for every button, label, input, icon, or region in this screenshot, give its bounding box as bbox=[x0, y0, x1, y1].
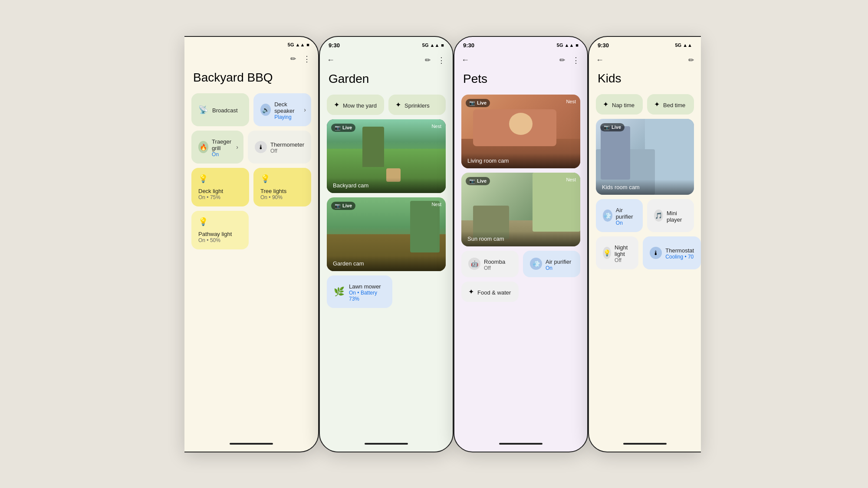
sun-cam-label: Sun room cam bbox=[461, 231, 580, 246]
thermometer-icon: 🌡 bbox=[255, 141, 267, 153]
more-icon-2[interactable]: ⋮ bbox=[437, 56, 446, 65]
more-icon-3[interactable]: ⋮ bbox=[572, 56, 580, 65]
status-bar-1: 5G ▲▲ ■ bbox=[184, 37, 318, 51]
home-indicator-1 bbox=[230, 443, 273, 445]
garden-cam-card[interactable]: 📷 Live Nest Garden cam bbox=[327, 197, 446, 271]
battery-1: ■ bbox=[306, 42, 309, 47]
air-purifier-kids-icon: 💨 bbox=[603, 210, 612, 222]
bed-icon: ✦ bbox=[654, 100, 660, 108]
status-bar-4: 9:30 5G ▲▲ bbox=[589, 37, 701, 52]
tree-lights-card[interactable]: 💡 Tree lights On • 90% bbox=[253, 168, 311, 206]
backyard-nest-badge: Nest bbox=[431, 124, 441, 129]
bed-label: Bed time bbox=[663, 102, 685, 108]
night-light-card[interactable]: 💡 Night light Off bbox=[596, 236, 638, 269]
header-icons-4: ✏ bbox=[688, 56, 694, 64]
air-purifier-kids-card[interactable]: 💨 Air purifier On bbox=[596, 199, 643, 232]
status-icons-2: 5G ▲▲ ■ bbox=[422, 43, 444, 48]
roomba-text: Roomba Off bbox=[484, 257, 505, 271]
mini-player-card[interactable]: 🎵 Mini player bbox=[647, 199, 694, 232]
status-bar-3: 9:30 5G ▲▲ ■ bbox=[454, 37, 587, 52]
traeger-icon: 🔥 bbox=[198, 141, 208, 153]
lawnmower-card[interactable]: 🌿 Lawn mower On • Battery 73% bbox=[327, 275, 392, 308]
kids-live-badge: 📷 Live bbox=[600, 123, 625, 131]
status-icons-3: 5G ▲▲ ■ bbox=[557, 43, 579, 48]
edit-icon-2[interactable]: ✏ bbox=[425, 56, 431, 64]
row-pathway: 💡 Pathway light On • 50% bbox=[191, 211, 311, 249]
row-kids-devices1: 💨 Air purifier On 🎵 Mini player bbox=[596, 199, 694, 232]
row-broadcast: 📡 Broadcast 🔊 Deck speaker Playing › bbox=[191, 93, 311, 126]
signal-3: 5G ▲▲ bbox=[557, 43, 574, 48]
back-button-4[interactable]: ← bbox=[596, 56, 604, 65]
garden-nest-badge: Nest bbox=[431, 202, 441, 207]
phone-garden: 9:30 5G ▲▲ ■ ← ✏ ⋮ Garden ✦ Mow the yard bbox=[319, 36, 454, 452]
app-header-1: ✏ ⋮ bbox=[184, 51, 318, 69]
sprinklers-card[interactable]: ✦ Sprinklers bbox=[388, 95, 446, 115]
header-icons-1: ✏ ⋮ bbox=[290, 54, 311, 64]
garden-cam-label: Garden cam bbox=[327, 256, 446, 271]
edit-icon-4[interactable]: ✏ bbox=[688, 56, 694, 64]
thermostat-kids-card[interactable]: 🌡 Thermostat Cooling • 70 bbox=[643, 236, 701, 269]
back-button-2[interactable]: ← bbox=[327, 56, 335, 65]
sun-cam-card[interactable]: 📷 Live Nest Sun room cam bbox=[461, 173, 580, 246]
phone-kids: 9:30 5G ▲▲ ← ✏ Kids ✦ Nap time ✦ Bed tim… bbox=[588, 36, 701, 452]
home-indicator-4 bbox=[623, 443, 667, 445]
page-title-4: Kids bbox=[589, 70, 701, 94]
nap-label: Nap time bbox=[612, 102, 635, 108]
night-light-icon: 💡 bbox=[603, 247, 611, 259]
kids-cam-card[interactable]: 📷 Live Kids room cam bbox=[596, 119, 694, 195]
home-indicator-2 bbox=[365, 443, 408, 445]
deck-speaker-card[interactable]: 🔊 Deck speaker Playing › bbox=[253, 93, 311, 126]
mow-icon: ✦ bbox=[334, 101, 339, 109]
header-icons-2: ✏ ⋮ bbox=[425, 56, 446, 65]
lawnmower-text: Lawn mower On • Battery 73% bbox=[349, 282, 385, 302]
thermometer-text: Thermometer Off bbox=[270, 140, 304, 154]
app-header-3: ← ✏ ⋮ bbox=[454, 52, 587, 70]
cam-icon-living: 📷 bbox=[469, 100, 475, 106]
air-purifier-pets-card[interactable]: 💨 Air purifier On bbox=[523, 251, 580, 277]
chevron-deck: › bbox=[304, 106, 306, 113]
header-icons-3: ✏ ⋮ bbox=[559, 56, 580, 65]
thermostat-kids-icon: 🌡 bbox=[650, 247, 662, 259]
status-icons-1: 5G ▲▲ ■ bbox=[288, 42, 309, 47]
bottom-bar-2 bbox=[320, 439, 453, 452]
scroll-3[interactable]: 📷 Live Nest Living room cam 📷 Live Nest bbox=[454, 95, 587, 439]
bottom-bar-1 bbox=[184, 439, 318, 452]
edit-icon-1[interactable]: ✏ bbox=[290, 55, 296, 63]
mow-card[interactable]: ✦ Mow the yard bbox=[327, 95, 384, 115]
scroll-4[interactable]: ✦ Nap time ✦ Bed time 📷 Live bbox=[589, 94, 701, 439]
back-button-3[interactable]: ← bbox=[461, 56, 469, 65]
air-purifier-pets-icon: 💨 bbox=[530, 258, 542, 270]
scroll-1[interactable]: 📡 Broadcast 🔊 Deck speaker Playing › 🔥 bbox=[184, 93, 318, 439]
signal-1: 5G ▲▲ bbox=[288, 42, 305, 47]
signal-4: 5G ▲▲ bbox=[675, 43, 692, 48]
lawnmower-icon: 🌿 bbox=[334, 286, 345, 297]
mini-player-label: Mini player bbox=[667, 210, 687, 223]
scroll-2[interactable]: ✦ Mow the yard ✦ Sprinklers 📷 bbox=[320, 95, 453, 439]
broadcast-card[interactable]: 📡 Broadcast bbox=[191, 93, 249, 126]
nap-time-card[interactable]: ✦ Nap time bbox=[596, 94, 643, 115]
living-cam-card[interactable]: 📷 Live Nest Living room cam bbox=[461, 95, 580, 168]
food-water-card[interactable]: ✦ Food & water bbox=[461, 282, 519, 302]
traeger-text: Traeger grill On bbox=[212, 137, 237, 157]
more-icon-1[interactable]: ⋮ bbox=[303, 54, 311, 64]
traeger-card[interactable]: 🔥 Traeger grill On › bbox=[191, 131, 243, 164]
thermometer-card[interactable]: 🌡 Thermometer Off bbox=[248, 131, 311, 164]
roomba-card[interactable]: 🤖 Roomba Off bbox=[461, 251, 519, 277]
bed-time-card[interactable]: ✦ Bed time bbox=[647, 94, 694, 115]
deck-speaker-icon: 🔊 bbox=[260, 104, 271, 116]
backyard-live-badge: 📷 Live bbox=[331, 124, 355, 132]
deck-light-card[interactable]: 💡 Deck light On • 75% bbox=[191, 168, 249, 206]
home-indicator-3 bbox=[499, 443, 542, 445]
air-purifier-kids-text: Air purifier On bbox=[616, 205, 636, 226]
pathway-light-card[interactable]: 💡 Pathway light On • 50% bbox=[191, 211, 249, 249]
backyard-cam-card[interactable]: 📷 Live Nest Backyard cam bbox=[327, 119, 446, 193]
sprinklers-icon: ✦ bbox=[395, 101, 401, 109]
broadcast-label: Broadcast bbox=[212, 107, 238, 114]
cam-icon-kids: 📷 bbox=[604, 124, 610, 130]
status-time-3: 9:30 bbox=[463, 42, 474, 49]
row-pets-devices: 🤖 Roomba Off 💨 Air purifier On bbox=[461, 251, 580, 277]
tree-lights-icon: 💡 bbox=[260, 174, 304, 183]
pathway-light-icon: 💡 bbox=[198, 217, 242, 226]
cam-icon-sun: 📷 bbox=[469, 178, 475, 184]
edit-icon-3[interactable]: ✏ bbox=[559, 56, 565, 64]
